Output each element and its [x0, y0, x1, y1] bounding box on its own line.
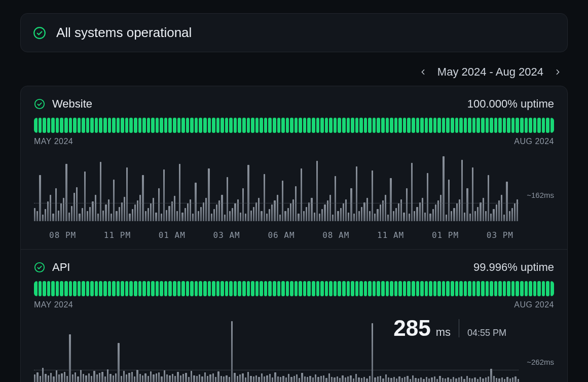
- latency-bar[interactable]: [168, 206, 170, 221]
- uptime-day-segment[interactable]: [412, 281, 415, 296]
- uptime-day-segment[interactable]: [490, 281, 493, 296]
- latency-bar[interactable]: [422, 198, 423, 221]
- latency-bar[interactable]: [121, 376, 122, 382]
- latency-bar[interactable]: [232, 208, 233, 221]
- latency-bar[interactable]: [363, 202, 365, 221]
- latency-bar[interactable]: [179, 164, 180, 221]
- latency-bar[interactable]: [308, 202, 310, 221]
- latency-bar[interactable]: [148, 376, 149, 382]
- latency-bar[interactable]: [148, 208, 149, 221]
- uptime-day-segment[interactable]: [234, 118, 237, 133]
- uptime-day-segment[interactable]: [34, 281, 38, 296]
- latency-bar[interactable]: [242, 188, 244, 221]
- latency-bar[interactable]: [190, 199, 191, 221]
- latency-bar[interactable]: [93, 371, 95, 382]
- latency-bar[interactable]: [199, 374, 200, 382]
- latency-bar[interactable]: [242, 373, 243, 382]
- latency-bar[interactable]: [358, 211, 360, 221]
- latency-bar[interactable]: [226, 375, 227, 382]
- latency-bar[interactable]: [385, 195, 386, 221]
- uptime-day-segment[interactable]: [481, 281, 485, 296]
- latency-bar[interactable]: [119, 207, 120, 221]
- latency-bar[interactable]: [327, 200, 328, 221]
- latency-bar[interactable]: [39, 175, 41, 221]
- latency-bar[interactable]: [266, 214, 268, 221]
- uptime-day-segment[interactable]: [142, 118, 146, 133]
- latency-bar[interactable]: [203, 202, 204, 221]
- uptime-day-segment[interactable]: [338, 118, 341, 133]
- uptime-day-segment[interactable]: [264, 118, 268, 133]
- uptime-day-segment[interactable]: [386, 118, 389, 133]
- latency-bar[interactable]: [42, 215, 44, 221]
- uptime-day-segment[interactable]: [407, 281, 411, 296]
- latency-bar[interactable]: [124, 197, 125, 221]
- next-range-button[interactable]: [553, 67, 563, 77]
- latency-bar[interactable]: [485, 211, 487, 221]
- uptime-day-segment[interactable]: [147, 281, 151, 296]
- uptime-day-segment[interactable]: [320, 118, 324, 133]
- uptime-day-segment[interactable]: [199, 281, 202, 296]
- latency-bar[interactable]: [269, 374, 271, 382]
- uptime-day-segment[interactable]: [112, 281, 116, 296]
- latency-bar[interactable]: [517, 199, 518, 221]
- uptime-day-segment[interactable]: [498, 281, 502, 296]
- uptime-day-segment[interactable]: [412, 118, 415, 133]
- uptime-day-segment[interactable]: [368, 281, 372, 296]
- latency-bar[interactable]: [45, 374, 46, 382]
- uptime-day-segment[interactable]: [468, 118, 471, 133]
- latency-bar[interactable]: [250, 376, 251, 382]
- uptime-day-segment[interactable]: [99, 281, 102, 296]
- uptime-day-segment[interactable]: [420, 118, 424, 133]
- latency-bar[interactable]: [388, 377, 389, 382]
- latency-bar[interactable]: [245, 214, 246, 221]
- latency-bar[interactable]: [176, 211, 178, 221]
- uptime-day-segment[interactable]: [290, 118, 293, 133]
- latency-bar[interactable]: [448, 180, 450, 221]
- uptime-day-segment[interactable]: [164, 281, 168, 296]
- latency-bar[interactable]: [498, 378, 500, 382]
- uptime-day-segment[interactable]: [203, 118, 207, 133]
- latency-bar[interactable]: [380, 204, 381, 221]
- latency-bar[interactable]: [150, 371, 152, 382]
- uptime-day-segment[interactable]: [60, 118, 63, 133]
- uptime-day-segment[interactable]: [468, 281, 471, 296]
- latency-bar[interactable]: [204, 372, 206, 382]
- latency-bar[interactable]: [311, 198, 312, 221]
- latency-bar[interactable]: [355, 374, 357, 382]
- latency-bar[interactable]: [400, 199, 402, 221]
- uptime-day-segment[interactable]: [364, 118, 368, 133]
- latency-bar[interactable]: [131, 372, 133, 382]
- latency-bar[interactable]: [295, 186, 297, 221]
- latency-bar[interactable]: [52, 214, 54, 221]
- uptime-day-segment[interactable]: [546, 118, 549, 133]
- uptime-day-segment[interactable]: [351, 118, 354, 133]
- latency-bar[interactable]: [102, 211, 104, 221]
- latency-bar[interactable]: [292, 199, 294, 221]
- latency-bar[interactable]: [266, 375, 268, 382]
- uptime-day-segment[interactable]: [281, 118, 285, 133]
- latency-chart[interactable]: [34, 319, 554, 382]
- uptime-day-segment[interactable]: [325, 281, 328, 296]
- latency-bar[interactable]: [514, 376, 516, 382]
- latency-bar[interactable]: [223, 376, 225, 382]
- uptime-day-segment[interactable]: [242, 281, 246, 296]
- latency-bar[interactable]: [89, 207, 91, 221]
- uptime-day-segment[interactable]: [260, 281, 263, 296]
- latency-bar[interactable]: [195, 183, 196, 221]
- latency-bar[interactable]: [335, 176, 336, 221]
- latency-bar[interactable]: [340, 208, 342, 221]
- latency-bar[interactable]: [331, 377, 333, 382]
- uptime-day-segment[interactable]: [181, 118, 185, 133]
- uptime-day-segment[interactable]: [273, 118, 276, 133]
- uptime-day-segment[interactable]: [316, 281, 320, 296]
- latency-bar[interactable]: [511, 208, 513, 221]
- latency-bar[interactable]: [245, 377, 246, 382]
- latency-bar[interactable]: [171, 201, 173, 221]
- uptime-day-segment[interactable]: [377, 118, 380, 133]
- latency-bar[interactable]: [166, 210, 167, 221]
- latency-bar[interactable]: [393, 377, 395, 382]
- latency-bar[interactable]: [436, 379, 438, 382]
- uptime-day-segment[interactable]: [82, 281, 85, 296]
- uptime-day-segment[interactable]: [546, 281, 549, 296]
- latency-bar[interactable]: [55, 188, 57, 221]
